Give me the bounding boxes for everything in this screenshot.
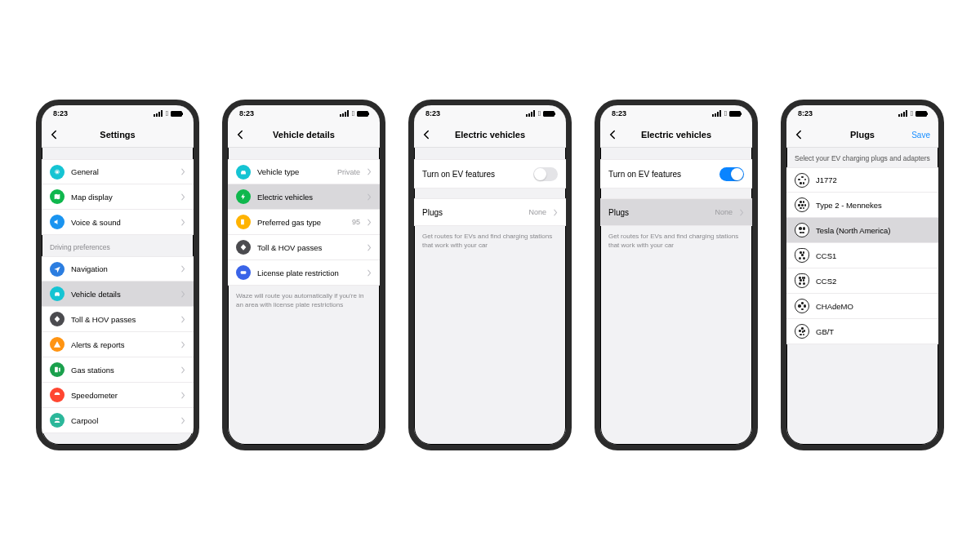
row-vehicle-type[interactable]: Vehicle type Private	[228, 159, 380, 184]
wifi-icon: 􀙇	[724, 110, 727, 118]
status-bar: 8:23 􀙇	[42, 105, 194, 122]
phone-settings: 8:23 􀙇 Settings General Map display Voic…	[36, 100, 199, 450]
row-alerts[interactable]: Alerts & reports	[42, 332, 194, 357]
row-plugs[interactable]: Plugs None	[414, 198, 566, 226]
chevron-right-icon	[180, 193, 185, 201]
row-label: Toll & HOV passes	[257, 243, 360, 252]
back-button[interactable]	[421, 129, 432, 140]
back-button[interactable]	[234, 129, 246, 140]
row-plug-tesla[interactable]: Tesla (North America)	[786, 218, 938, 243]
svg-rect-3	[55, 367, 58, 373]
row-value: None	[528, 208, 546, 216]
battery-icon	[543, 111, 555, 117]
row-carpool[interactable]: Carpool	[42, 408, 194, 433]
row-label: GB/T	[816, 327, 930, 336]
battery-icon	[915, 111, 927, 117]
chevron-right-icon	[367, 193, 372, 201]
signal-icon	[340, 110, 350, 117]
plug-icon	[795, 248, 809, 263]
page-title: Electric vehicles	[455, 130, 525, 140]
back-button[interactable]	[48, 129, 60, 140]
row-vehicle-details[interactable]: Vehicle details	[42, 282, 194, 307]
page-title: Plugs	[850, 130, 875, 140]
row-value: None	[715, 208, 733, 216]
diamond-icon	[236, 240, 251, 255]
row-gas[interactable]: Gas stations	[42, 357, 194, 383]
row-plug-chademo[interactable]: CHAdeMO	[786, 294, 938, 319]
car-icon	[50, 286, 65, 301]
ev-list: Turn on EV features Plugs None Get route…	[600, 148, 752, 445]
row-toll-hov[interactable]: Toll & HOV passes	[42, 307, 194, 332]
plate-icon	[236, 265, 251, 280]
plug-icon	[795, 223, 809, 237]
row-label: Type 2 - Mennekes	[816, 201, 930, 210]
row-ev-toggle[interactable]: Turn on EV features	[600, 159, 752, 189]
footer-note: Waze will route you automatically if you…	[228, 286, 380, 310]
nav-header: Settings	[42, 122, 194, 148]
row-label: J1772	[816, 175, 930, 184]
row-plug-ccs1[interactable]: CCS1	[786, 243, 938, 268]
row-label: Speedometer	[71, 391, 174, 400]
row-label: General	[71, 167, 174, 176]
wifi-icon: 􀙇	[352, 110, 354, 118]
svg-point-4	[56, 418, 58, 420]
row-license-plate[interactable]: License plate restriction	[228, 260, 380, 286]
signal-icon	[898, 110, 908, 117]
chevron-right-icon	[180, 291, 185, 298]
chevron-right-icon	[180, 392, 185, 399]
row-toll-hov[interactable]: Toll & HOV passes	[228, 235, 380, 260]
plugs-list[interactable]: Select your EV charging plugs and adapte…	[786, 148, 938, 445]
row-map-display[interactable]: Map display	[42, 184, 194, 210]
fuel-icon	[236, 215, 251, 229]
row-gas-type[interactable]: Preferred gas type 95	[228, 210, 380, 235]
status-indicators: 􀙇	[898, 110, 927, 118]
row-label: Vehicle details	[71, 290, 174, 299]
row-electric-vehicles[interactable]: Electric vehicles	[228, 184, 380, 210]
map-icon	[50, 189, 65, 204]
svg-point-2	[58, 295, 59, 295]
row-label: CHAdeMO	[816, 302, 930, 311]
chevron-right-icon	[180, 366, 185, 374]
row-plug-type2[interactable]: Type 2 - Mennekes	[786, 193, 938, 218]
save-button[interactable]: Save	[911, 130, 930, 139]
status-indicators: 􀙇	[712, 110, 741, 118]
row-label: Preferred gas type	[257, 218, 345, 227]
back-button[interactable]	[607, 129, 618, 140]
row-label: Carpool	[71, 416, 174, 425]
row-plug-ccs2[interactable]: CCS2	[786, 268, 938, 294]
row-label: Turn on EV features	[608, 170, 713, 179]
chevron-right-icon	[180, 265, 185, 273]
nav-header: Vehicle details	[228, 122, 380, 148]
status-time: 8:23	[612, 109, 626, 118]
status-indicators: 􀙇	[154, 110, 182, 118]
row-ev-toggle[interactable]: Turn on EV features	[414, 159, 566, 189]
gear-icon	[50, 165, 65, 180]
row-label: Tesla (North America)	[816, 226, 930, 235]
phone-vehicle-details: 8:23 􀙇 Vehicle details Vehicle type Priv…	[222, 100, 385, 450]
footer-note: Get routes for EVs and find charging sta…	[600, 226, 752, 251]
row-plug-gbt[interactable]: GB/T	[786, 319, 938, 344]
nav-header: Electric vehicles	[600, 122, 752, 148]
row-label: CCS2	[816, 277, 930, 286]
row-voice-sound[interactable]: Voice & sound	[42, 210, 194, 235]
plug-icon	[795, 173, 809, 188]
row-general[interactable]: General	[42, 159, 194, 184]
ev-list: Turn on EV features Plugs None Get route…	[414, 148, 566, 445]
row-value: 95	[352, 218, 360, 226]
chevron-right-icon	[367, 168, 372, 175]
row-navigation[interactable]: Navigation	[42, 256, 194, 282]
ev-toggle[interactable]	[533, 167, 558, 181]
status-indicators: 􀙇	[340, 110, 368, 118]
svg-point-1	[56, 295, 56, 295]
row-speedometer[interactable]: Speedometer	[42, 383, 194, 408]
chevron-right-icon	[367, 269, 372, 277]
row-plugs[interactable]: Plugs None	[600, 198, 752, 226]
ev-toggle[interactable]	[719, 167, 744, 181]
vehicle-list[interactable]: Vehicle type Private Electric vehicles P…	[228, 148, 380, 445]
settings-list[interactable]: General Map display Voice & sound Drivin…	[42, 148, 194, 445]
signal-icon	[526, 110, 536, 117]
diamond-icon	[50, 312, 65, 326]
back-button[interactable]	[793, 129, 804, 140]
page-title: Vehicle details	[273, 130, 335, 140]
row-plug-j1772[interactable]: J1772	[786, 167, 938, 193]
